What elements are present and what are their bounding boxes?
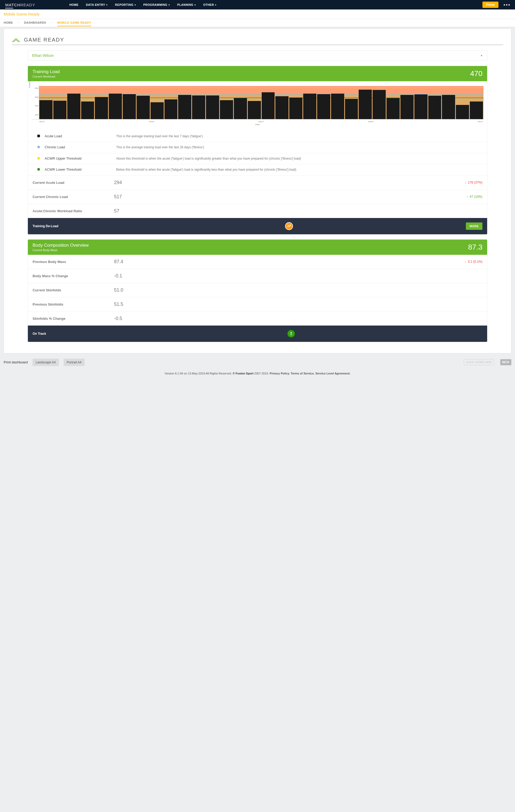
chart-bar bbox=[123, 94, 136, 119]
delta-down: ↓176 (37%) bbox=[465, 181, 482, 184]
dashboard-page: GAME READY Ethan Wilson ▼ Training Load … bbox=[4, 29, 511, 353]
metric-mass-change: Body Mass % Change -0.1 bbox=[28, 269, 487, 283]
nav-home[interactable]: HOME bbox=[69, 3, 79, 6]
nav-programming[interactable]: PROGRAMMING▾ bbox=[143, 3, 170, 6]
version-badge: v1.0.0 / 13-DEC-2018 bbox=[464, 359, 494, 365]
chart-bar bbox=[303, 94, 316, 119]
chart-bar bbox=[345, 99, 358, 119]
chart-bar bbox=[39, 100, 53, 119]
chart-bar bbox=[81, 102, 94, 119]
chart-bar bbox=[137, 96, 150, 119]
chevron-down-icon: ▾ bbox=[215, 3, 216, 6]
chart-bar bbox=[178, 95, 191, 119]
swatch-blue-icon bbox=[37, 146, 40, 148]
print-portrait-button[interactable]: Portrait A4 bbox=[64, 359, 85, 366]
prime-button[interactable]: Prime bbox=[482, 2, 498, 8]
card-subtitle: Current Workload bbox=[33, 75, 60, 78]
card-header: Training Load Current Workload 470 bbox=[28, 66, 487, 81]
nav-reporting[interactable]: REPORTING▾ bbox=[115, 3, 136, 6]
chart-bar bbox=[164, 99, 178, 119]
training-status-row: Training De-Load MORE bbox=[28, 218, 487, 234]
card-header: Body Composition Overview Current Body M… bbox=[28, 239, 487, 255]
metric-cur-sf: Current Skinfolds 51.0 bbox=[28, 283, 487, 297]
chart-bar bbox=[234, 98, 247, 119]
chart-bar bbox=[470, 102, 483, 119]
breadcrumb: HOME → DASHBOARDS → MOBILE GAME READY bbox=[0, 19, 515, 27]
print-landscape-button[interactable]: Landscape A4 bbox=[33, 359, 59, 366]
breadcrumb-dashboards[interactable]: DASHBOARDS bbox=[24, 21, 46, 24]
delta-up: ↑47 (10%) bbox=[466, 195, 482, 199]
page-title: GAME READY bbox=[24, 37, 64, 43]
chart-bar bbox=[359, 90, 372, 119]
chart-bar bbox=[220, 100, 233, 119]
legend-lower: ACWR Lower Threshold Below this threshol… bbox=[28, 164, 487, 175]
chart-bar bbox=[289, 97, 302, 119]
chart-bar bbox=[414, 94, 427, 119]
nav-other[interactable]: OTHER▾ bbox=[203, 3, 216, 6]
nav-planning[interactable]: PLANNING▾ bbox=[177, 3, 196, 6]
brand-logo: MATCHREADY bbox=[5, 3, 35, 7]
player-select[interactable]: Ethan Wilson ▼ bbox=[28, 51, 487, 60]
chart-bar bbox=[456, 105, 469, 119]
chart-bar bbox=[442, 95, 455, 119]
beta-badge: BETA bbox=[500, 359, 511, 365]
brand-underline bbox=[5, 8, 13, 8]
training-load-card: Training Load Current Workload 470 Train… bbox=[28, 66, 487, 235]
chart-bar bbox=[262, 92, 275, 119]
metric-sf-change: Skinfolds % Change -0.5 bbox=[28, 311, 487, 325]
arrow-up-icon: ↑ bbox=[466, 195, 468, 199]
arrow-icon: → bbox=[17, 21, 20, 24]
legend-upper: ACWR Upper Threshold Above this threshol… bbox=[28, 153, 487, 164]
metric-prev-mass: Previous Body Mass 87.4 ↓0.1 (0.1%) bbox=[28, 255, 487, 269]
caret-down-icon: ▼ bbox=[480, 54, 483, 57]
chart-y-axis: 800 600 400 200 bbox=[32, 84, 39, 119]
chart-bar bbox=[206, 95, 219, 119]
chart-x-label: Date bbox=[32, 123, 483, 126]
chevron-down-icon: ▾ bbox=[134, 3, 136, 6]
chart-bar bbox=[387, 98, 400, 119]
svg-point-0 bbox=[291, 332, 292, 334]
body-status-row: On Track bbox=[28, 325, 487, 342]
arrow-down-icon: ↓ bbox=[465, 260, 466, 263]
chart-bar bbox=[151, 102, 164, 119]
breadcrumb-current[interactable]: MOBILE GAME READY bbox=[57, 21, 91, 26]
metric-chronic-load: Current Chronic Load 517 ↑47 (10%) bbox=[28, 190, 487, 204]
metric-prev-sf: Previous Skinfolds 51.5 bbox=[28, 297, 487, 311]
swatch-green-icon bbox=[37, 168, 40, 171]
chart-bars bbox=[39, 84, 483, 119]
footer: Version 6.1.04 on 13-May-2019.All Rights… bbox=[0, 369, 515, 380]
swatch-yellow-icon bbox=[37, 157, 40, 160]
delta-down: ↓0.1 (0.1%) bbox=[465, 260, 482, 263]
chart-bar bbox=[53, 101, 66, 119]
gameready-logo-icon bbox=[12, 37, 20, 43]
chart-bar bbox=[248, 101, 261, 119]
top-nav: MATCHREADY HOME DATA ENTRY▾ REPORTING▾ P… bbox=[0, 0, 515, 9]
arrow-down-icon: ↓ bbox=[465, 181, 466, 184]
chevron-down-icon: ▾ bbox=[169, 3, 170, 6]
metric-acwr: Acute:Chronic Workload Ratio 57 bbox=[28, 204, 487, 218]
chevron-down-icon: ▾ bbox=[106, 3, 108, 6]
arrow-icon: → bbox=[50, 21, 53, 24]
chart-bar bbox=[372, 90, 386, 119]
training-load-chart: Training Load (RPE x Duration) 800 600 4… bbox=[28, 81, 487, 127]
subbar-title: Mobile Game Ready bbox=[4, 12, 40, 16]
status-ontrack-icon bbox=[287, 330, 295, 338]
breadcrumb-home[interactable]: HOME bbox=[4, 21, 13, 24]
nav-data-entry[interactable]: DATA ENTRY▾ bbox=[86, 3, 108, 6]
more-button[interactable]: MORE bbox=[466, 223, 482, 230]
chart-bar bbox=[331, 94, 344, 119]
chart-bar bbox=[275, 96, 289, 119]
title-divider bbox=[12, 45, 503, 45]
footer-links[interactable]: Privacy Policy. Terms of Service. Servic… bbox=[270, 372, 350, 375]
print-row: Print dashboard Landscape A4 Portrait A4… bbox=[0, 356, 515, 369]
chevron-down-icon: ▾ bbox=[194, 3, 196, 6]
card-subtitle: Current Body Mass bbox=[33, 249, 89, 252]
chart-bar bbox=[109, 94, 122, 119]
metric-acute-load: Current Acute Load 294 ↓176 (37%) bbox=[28, 175, 487, 190]
chart-bar bbox=[317, 94, 330, 119]
card-title: Training Load bbox=[33, 69, 60, 75]
legend-chronic: Chronic Load This is the average trainin… bbox=[28, 142, 487, 153]
print-label: Print dashboard bbox=[4, 360, 28, 364]
chart-bar bbox=[192, 95, 205, 119]
more-menu-icon[interactable] bbox=[504, 4, 510, 5]
